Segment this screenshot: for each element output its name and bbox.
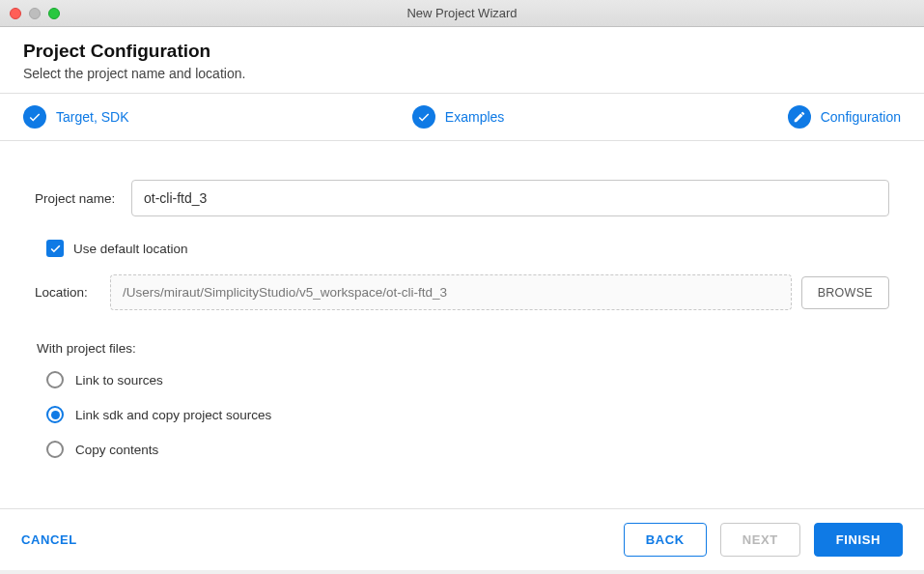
radio-button[interactable] [46, 371, 64, 388]
check-icon [412, 105, 435, 129]
radio-label: Copy contents [75, 443, 158, 457]
window-title: New Project Wizard [406, 6, 517, 20]
location-label: Location: [35, 285, 100, 300]
window-controls [0, 8, 60, 19]
location-row: Location: BROWSE [35, 274, 889, 310]
close-window-button[interactable] [10, 8, 21, 19]
pencil-icon [788, 105, 811, 129]
project-files-radio-group: Link to sources Link sdk and copy projec… [46, 371, 889, 458]
header-section: Project Configuration Select the project… [0, 27, 924, 94]
radio-option-link-sdk-copy[interactable]: Link sdk and copy project sources [46, 406, 889, 423]
use-default-location-checkbox[interactable] [46, 240, 64, 257]
location-input [110, 274, 792, 310]
form-content: Project name: Use default location Locat… [0, 141, 924, 508]
radio-button[interactable] [46, 441, 64, 458]
browse-button[interactable]: BROWSE [801, 276, 889, 309]
use-default-location-row[interactable]: Use default location [46, 240, 889, 257]
finish-button[interactable]: FINISH [814, 523, 903, 557]
titlebar: New Project Wizard [0, 0, 924, 27]
radio-option-copy-contents[interactable]: Copy contents [46, 441, 889, 458]
project-name-label: Project name: [35, 191, 131, 206]
page-subtitle: Select the project name and location. [23, 66, 901, 81]
next-button: NEXT [720, 523, 800, 557]
radio-option-link-sources[interactable]: Link to sources [46, 371, 889, 388]
footer-nav: BACK NEXT FINISH [624, 523, 903, 557]
maximize-window-button[interactable] [48, 8, 60, 19]
radio-button[interactable] [46, 406, 64, 423]
step-examples[interactable]: Examples [412, 105, 504, 129]
step-label: Configuration [821, 109, 901, 125]
step-label: Examples [445, 109, 504, 125]
project-name-row: Project name: [35, 180, 889, 216]
check-icon [23, 105, 46, 129]
step-label: Target, SDK [56, 109, 128, 125]
radio-label: Link sdk and copy project sources [75, 408, 271, 422]
wizard-steps: Target, SDK Examples Configuration [0, 94, 924, 141]
use-default-location-label: Use default location [73, 242, 188, 256]
step-configuration[interactable]: Configuration [788, 105, 901, 129]
back-button[interactable]: BACK [624, 523, 707, 557]
cancel-button[interactable]: CANCEL [21, 532, 77, 547]
with-project-files-label: With project files: [37, 341, 889, 356]
page-title: Project Configuration [23, 41, 901, 62]
radio-label: Link to sources [75, 373, 163, 387]
minimize-window-button[interactable] [29, 8, 41, 19]
project-name-input[interactable] [131, 180, 889, 216]
step-target-sdk[interactable]: Target, SDK [23, 105, 128, 129]
footer: CANCEL BACK NEXT FINISH [0, 508, 924, 570]
